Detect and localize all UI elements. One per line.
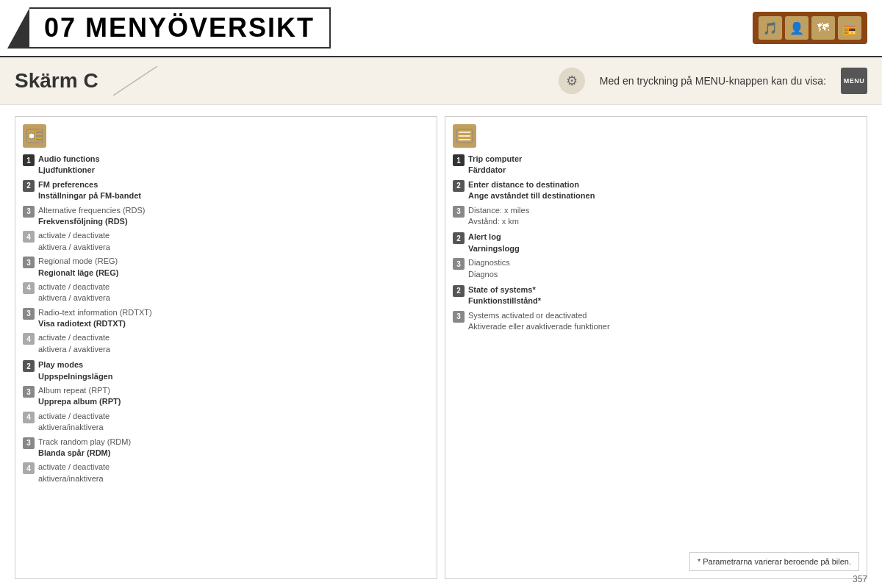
list-item: 3 Alternative frequencies (RDS) Frekvens… xyxy=(23,205,429,228)
level-badge: 3 xyxy=(23,206,35,218)
level-badge: 2 xyxy=(23,180,35,192)
item-text: Distance: x miles Avstånd: x km xyxy=(468,205,529,228)
list-item: 2 Alert log Varningslogg xyxy=(453,232,859,254)
audio-icon: 🎵 xyxy=(759,16,782,40)
item-text: Album repeat (RPT) Upprepa album (RPT) xyxy=(38,385,121,408)
footnote: * Parametrarna varierar beroende på bile… xyxy=(689,552,859,571)
list-item: 2 FM preferences Inställningar på FM-ban… xyxy=(23,179,429,202)
page-number: 357 xyxy=(853,574,867,584)
settings-icon: ⚙ xyxy=(559,68,585,94)
level-badge: 3 xyxy=(453,258,465,270)
item-text: Diagnostics Diagnos xyxy=(468,257,510,280)
menu-button-icon: MENU xyxy=(841,68,867,94)
radio-icon: 📻 xyxy=(838,16,861,40)
list-item: 3 Distance: x miles Avstånd: x km xyxy=(453,205,859,228)
level-badge: 3 xyxy=(453,206,465,218)
item-text: Enter distance to destination Ange avstå… xyxy=(468,179,595,202)
list-item: 3 Album repeat (RPT) Upprepa album (RPT) xyxy=(23,385,429,408)
level-badge: 4 xyxy=(23,462,35,474)
item-text: Radio-text information (RDTXT) Visa radi… xyxy=(38,307,152,330)
list-item: 4 activate / deactivate aktivera / avakt… xyxy=(23,282,429,304)
subheader-title: Skärm C xyxy=(15,69,98,93)
level-badge: 4 xyxy=(23,333,35,345)
right-panel-icon xyxy=(453,124,476,148)
level-badge: 3 xyxy=(453,311,465,323)
main-content: 1 Audio functions Ljudfunktioner 2 FM pr… xyxy=(0,105,882,588)
item-text: activate / deactivate aktivera / avaktiv… xyxy=(38,332,110,355)
item-text: Alert log Varningslogg xyxy=(468,232,520,254)
item-text: Play modes Uppspelningslägen xyxy=(38,359,112,382)
item-text: Alternative frequencies (RDS) Frekvensfö… xyxy=(38,205,146,228)
left-panel: 1 Audio functions Ljudfunktioner 2 FM pr… xyxy=(15,116,437,579)
item-text: FM preferences Inställningar på FM-bande… xyxy=(38,179,141,202)
list-item: 4 activate / deactivate aktivera / avakt… xyxy=(23,332,429,355)
level-badge: 3 xyxy=(23,308,35,320)
level-badge: 2 xyxy=(23,360,35,372)
list-item: 2 State of systems* Funktionstillstånd* xyxy=(453,284,859,307)
item-text: Regional mode (REG) Regionalt läge (REG) xyxy=(38,256,118,279)
left-panel-icon xyxy=(23,124,46,148)
map-icon: 🗺 xyxy=(811,16,835,40)
list-item: 4 activate / deactivate aktivera/inaktiv… xyxy=(23,462,429,484)
svg-point-2 xyxy=(29,133,35,139)
header-icon-group: 🎵 👤 🗺 📻 xyxy=(753,12,867,44)
list-item: 1 Audio functions Ljudfunktioner xyxy=(23,154,429,176)
item-text: activate / deactivate aktivera / avaktiv… xyxy=(38,282,110,304)
level-badge: 4 xyxy=(23,231,35,243)
list-item: 2 Play modes Uppspelningslägen xyxy=(23,359,429,382)
item-text: activate / deactivate aktivera/inaktiver… xyxy=(38,411,110,434)
list-item: 3 Diagnostics Diagnos xyxy=(453,257,859,280)
person-icon: 👤 xyxy=(785,16,808,40)
level-badge: 3 xyxy=(23,437,35,449)
level-badge: 3 xyxy=(23,257,35,268)
level-badge: 4 xyxy=(23,412,35,423)
level-badge: 3 xyxy=(23,386,35,398)
list-item: 1 Trip computer Färddator xyxy=(453,154,859,176)
list-item: 4 activate / deactivate aktivera/inaktiv… xyxy=(23,411,429,434)
page-title: 07 MENYÖVERSIKT xyxy=(29,7,331,49)
item-text: Systems activated or deactivated Aktiver… xyxy=(468,310,610,333)
list-item: 2 Enter distance to destination Ange avs… xyxy=(453,179,859,202)
list-item: 3 Track random play (RDM) Blanda spår (R… xyxy=(23,437,429,459)
item-text: activate / deactivate aktivera/inaktiver… xyxy=(38,462,110,484)
header-slash-decoration xyxy=(7,8,29,49)
list-item: 3 Radio-text information (RDTXT) Visa ra… xyxy=(23,307,429,330)
level-badge: 1 xyxy=(23,154,35,166)
title-area: 07 MENYÖVERSIKT xyxy=(7,7,331,49)
list-item: 4 activate / deactivate aktivera / avakt… xyxy=(23,230,429,253)
item-text: Audio functions Ljudfunktioner xyxy=(38,154,100,176)
level-badge: 4 xyxy=(23,282,35,294)
level-badge: 2 xyxy=(453,180,465,192)
subheader-description: Med en tryckning på MENU-knappen kan du … xyxy=(600,75,826,87)
page-header: 07 MENYÖVERSIKT 🎵 👤 🗺 📻 xyxy=(0,0,882,57)
diagonal-decoration xyxy=(113,66,157,96)
list-item: 3 Regional mode (REG) Regionalt läge (RE… xyxy=(23,256,429,279)
subheader: Skärm C ⚙ Med en tryckning på MENU-knapp… xyxy=(0,57,882,105)
item-text: activate / deactivate aktivera / avaktiv… xyxy=(38,230,110,253)
item-text: Trip computer Färddator xyxy=(468,154,522,176)
item-text: State of systems* Funktionstillstånd* xyxy=(468,284,541,307)
list-item: 3 Systems activated or deactivated Aktiv… xyxy=(453,310,859,333)
right-panel: 1 Trip computer Färddator 2 Enter distan… xyxy=(445,116,867,579)
item-text: Track random play (RDM) Blanda spår (RDM… xyxy=(38,437,131,459)
level-badge: 2 xyxy=(453,232,465,244)
level-badge: 2 xyxy=(453,285,465,297)
level-badge: 1 xyxy=(453,154,465,166)
svg-line-0 xyxy=(113,66,157,96)
